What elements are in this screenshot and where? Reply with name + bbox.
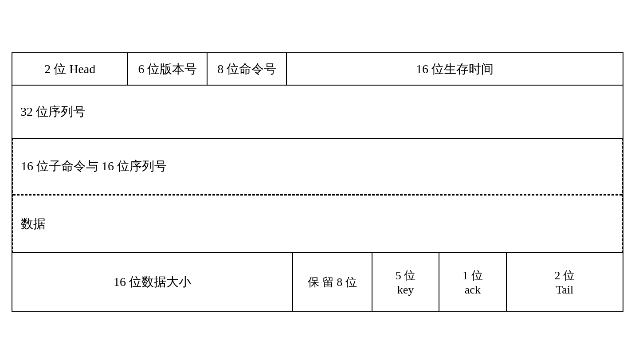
row3-subcmd: 16 位子命令与 16 位序列号	[13, 138, 622, 196]
cell-reserved: 保 留 8 位	[293, 253, 372, 311]
protocol-diagram: 2 位 Head 6 位版本号 8 位命令号 16 位生存时间 32 位序列号 …	[12, 52, 623, 312]
cell-head: 2 位 Head	[12, 53, 128, 85]
cell-tail: 2 位 Tail	[507, 253, 623, 311]
cell-ttl: 16 位生存时间	[287, 53, 623, 85]
cell-cmd: 8 位命令号	[208, 53, 287, 85]
row4-data: 数据	[13, 196, 622, 253]
row5-footer: 16 位数据大小 保 留 8 位 5 位 key 1 位 ack 2 位 Tai…	[12, 253, 623, 311]
row2-sequence: 32 位序列号	[12, 86, 623, 139]
cell-version: 6 位版本号	[128, 53, 208, 85]
dashed-section: 16 位子命令与 16 位序列号 数据	[12, 138, 623, 253]
cell-ack: 1 位 ack	[439, 253, 506, 311]
row1-header: 2 位 Head 6 位版本号 8 位命令号 16 位生存时间	[12, 53, 623, 86]
cell-datasize: 16 位数据大小	[12, 253, 293, 311]
cell-key: 5 位 key	[372, 253, 439, 311]
